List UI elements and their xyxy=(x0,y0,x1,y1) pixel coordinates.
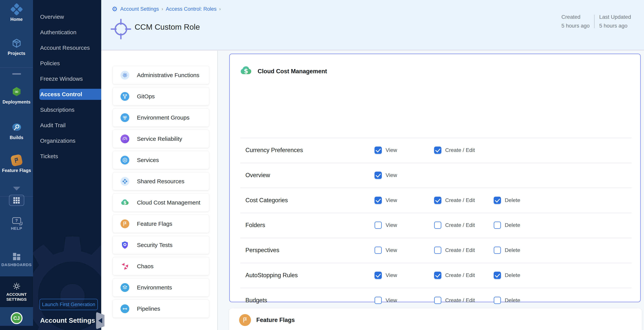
rail-item-deployments[interactable]: ∞ Deployments xyxy=(0,86,33,105)
module-card-label: Chaos xyxy=(137,263,154,270)
sidebar-nav-item[interactable]: Overview xyxy=(33,11,101,22)
rail-item-dashboards[interactable]: DASHBOARDS xyxy=(0,253,33,267)
checkbox-checked[interactable] xyxy=(374,172,382,179)
section-header: Feature Flags xyxy=(239,314,295,326)
created-value: 5 hours ago xyxy=(562,23,590,29)
module-card-label: GitOps xyxy=(137,93,155,100)
permission-delete: Delete xyxy=(494,297,520,304)
rail-bottom-strip xyxy=(0,326,33,330)
rail-item-home[interactable]: Home xyxy=(0,5,33,22)
module-card[interactable]: Pipelines xyxy=(113,300,209,318)
module-card-label: Security Tests xyxy=(137,242,172,248)
feature-flags-flag-icon xyxy=(10,154,23,167)
permission-label: View xyxy=(386,147,397,153)
rail-item-label: Home xyxy=(10,17,23,22)
module-card[interactable]: Service Reliability xyxy=(113,130,209,148)
panel-section-header: $ Cloud Cost Management xyxy=(240,65,327,78)
builds-wheel-icon xyxy=(11,122,22,133)
rail-item-projects[interactable]: Projects xyxy=(0,38,33,56)
sidebar-nav-item-label: Access Control xyxy=(40,91,82,97)
module-card[interactable]: Feature Flags xyxy=(113,215,209,233)
checkbox-unchecked[interactable] xyxy=(374,222,382,229)
rail-item-builds[interactable]: Builds xyxy=(0,122,33,140)
rail-item-help[interactable]: ? HELP xyxy=(0,217,33,231)
checkbox-unchecked[interactable] xyxy=(494,297,501,304)
checkbox-checked[interactable] xyxy=(434,272,441,279)
collapse-left-icon xyxy=(98,318,102,323)
breadcrumb-account-settings[interactable]: Account Settings xyxy=(120,6,159,12)
module-card[interactable]: Environments xyxy=(113,278,209,296)
checkbox-checked[interactable] xyxy=(434,146,441,154)
cloud-dollar-icon: $ xyxy=(120,198,129,207)
permission-label: Delete xyxy=(505,272,520,278)
created-label: Created xyxy=(562,14,590,20)
gear-icon: ⚙ xyxy=(112,6,118,12)
panel-section-title: Cloud Cost Management xyxy=(258,68,327,75)
sidebar-nav-item[interactable]: Organizations xyxy=(33,135,101,146)
module-card[interactable]: Shared Resources xyxy=(113,172,209,190)
checkbox-unchecked[interactable] xyxy=(494,222,501,229)
permission-label: View xyxy=(386,297,397,303)
permission-cells: ViewCreate / EditDelete xyxy=(230,213,640,238)
checkbox-unchecked[interactable] xyxy=(434,222,441,229)
permission-label: Create / Edit xyxy=(445,222,475,228)
created-updated-meta: Created 5 hours ago Last Updated 5 hours… xyxy=(557,14,636,29)
left-module-rail: Home Projects ∞ Deployments Builds Featu… xyxy=(0,0,33,330)
sidebar-nav-item[interactable]: Tickets xyxy=(33,151,101,162)
permission-delete: Delete xyxy=(494,272,520,279)
permission-cells: ViewCreate / EditDelete xyxy=(230,188,640,213)
sidebar-nav-item[interactable]: Freeze Windows xyxy=(33,73,101,84)
module-card[interactable]: Administrative Functions xyxy=(113,66,209,84)
module-card[interactable]: Chaos xyxy=(113,257,209,275)
checkbox-unchecked[interactable] xyxy=(494,247,501,254)
module-card[interactable]: GitOps xyxy=(113,87,209,105)
avatar[interactable]: CJ xyxy=(11,312,22,324)
launch-first-generation-button[interactable]: Launch First Generation xyxy=(40,299,98,310)
permission-label: View xyxy=(386,197,397,203)
chaos-pinwheel-icon xyxy=(120,262,129,271)
rail-item-feature-flags[interactable]: Feature Flags xyxy=(0,155,33,173)
apps-grid-button[interactable] xyxy=(9,195,24,206)
module-list-column: Administrative Functions GitOps Environm… xyxy=(101,51,218,330)
sidebar-nav-item[interactable]: Authentication xyxy=(33,27,101,38)
sidebar-nav-item[interactable]: Audit Trail xyxy=(33,120,101,131)
security-shield-icon xyxy=(120,241,129,249)
rail-section-handle xyxy=(0,73,33,75)
user-avatar-wrap[interactable]: CJ xyxy=(0,312,33,324)
breadcrumb-access-control-roles[interactable]: Access Control: Roles xyxy=(166,6,216,12)
checkbox-checked[interactable] xyxy=(374,146,382,154)
sidebar-nav-item[interactable]: Account Resources xyxy=(33,42,101,53)
rail-expand-modules[interactable] xyxy=(0,187,33,191)
module-card-label: Cloud Cost Management xyxy=(137,199,200,206)
sidebar-footer-title: Account Settings xyxy=(40,314,98,325)
permission-label: Create / Edit xyxy=(445,297,475,303)
checkbox-unchecked[interactable] xyxy=(434,297,441,304)
gear-watermark-icon: ⚙ xyxy=(33,217,101,330)
permission-create-edit: Create / Edit xyxy=(434,247,475,254)
admin-gear-icon xyxy=(120,71,129,80)
checkbox-checked[interactable] xyxy=(374,197,382,204)
module-card[interactable]: Security Tests xyxy=(113,236,209,254)
checkbox-checked[interactable] xyxy=(494,197,501,204)
module-card[interactable]: Services xyxy=(113,151,209,169)
checkbox-unchecked[interactable] xyxy=(374,247,382,254)
checkbox-unchecked[interactable] xyxy=(374,297,382,304)
permission-label: View xyxy=(386,247,397,253)
permission-label: Delete xyxy=(505,197,520,203)
permission-row: Overview View xyxy=(230,163,640,188)
module-card[interactable]: $ Cloud Cost Management xyxy=(113,193,209,212)
rail-item-all-modules[interactable] xyxy=(0,195,33,206)
module-card-label: Pipelines xyxy=(137,305,160,312)
sidebar-nav-item[interactable]: Access Control xyxy=(39,89,101,100)
module-card[interactable]: Environment Groups xyxy=(113,108,209,127)
checkbox-checked[interactable] xyxy=(494,272,501,279)
rail-item-account-settings[interactable]: ACCOUNT SETTINGS xyxy=(0,276,33,307)
flag-circle-icon xyxy=(120,219,129,228)
checkbox-checked[interactable] xyxy=(374,272,382,279)
checkbox-checked[interactable] xyxy=(434,197,441,204)
sidebar-nav-item[interactable]: Subscriptions xyxy=(33,104,101,115)
checkbox-unchecked[interactable] xyxy=(434,247,441,254)
permission-label: Create / Edit xyxy=(445,272,475,278)
chevron-down-icon xyxy=(13,187,20,191)
sidebar-nav-item[interactable]: Policies xyxy=(33,58,101,69)
